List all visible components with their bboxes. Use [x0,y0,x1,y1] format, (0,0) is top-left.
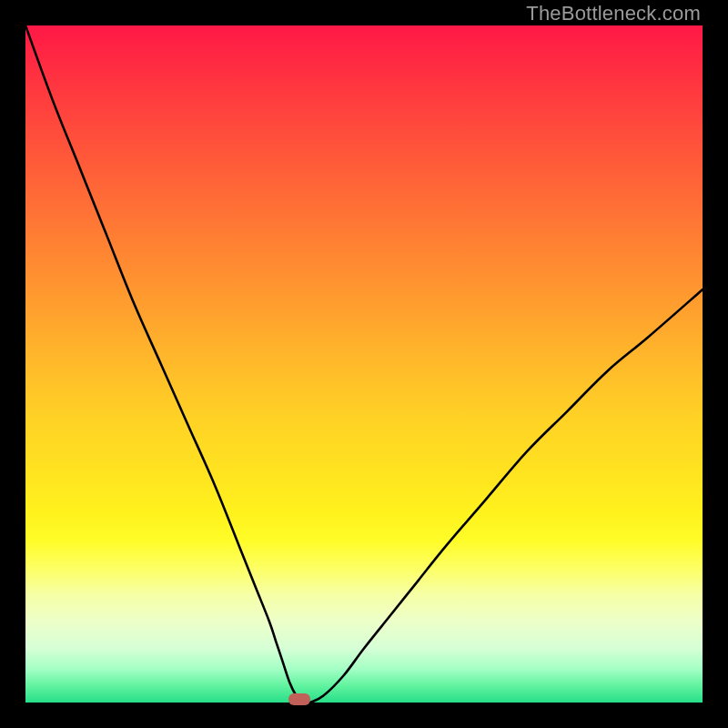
optimal-point-marker [288,693,310,705]
plot-area [25,25,703,703]
bottleneck-curve [25,25,703,703]
chart-frame: TheBottleneck.com [0,0,728,728]
watermark-text: TheBottleneck.com [526,2,701,25]
